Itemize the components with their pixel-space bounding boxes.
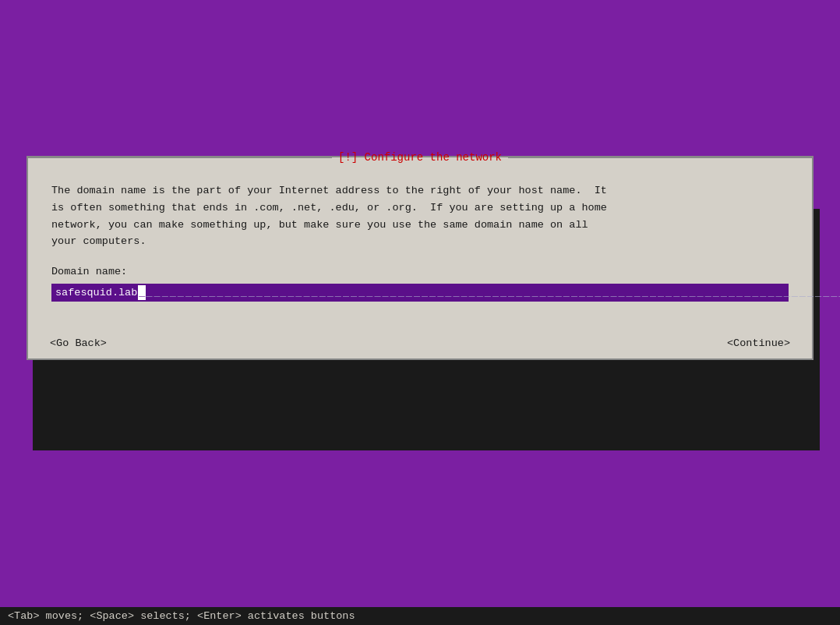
dialog-content: The domain name is the part of your Inte… xyxy=(28,167,812,335)
title-line-left xyxy=(28,157,332,158)
screen-container: [!] Configure the network The domain nam… xyxy=(0,0,840,625)
domain-name-input-container[interactable]: safesquid.lab___________________________… xyxy=(51,284,789,302)
buttons-row: <Go Back> <Continue> xyxy=(28,336,812,351)
go-back-button[interactable]: <Go Back> xyxy=(44,336,113,351)
input-value-display: safesquid.lab___________________________… xyxy=(55,285,785,300)
title-line-right xyxy=(508,157,812,158)
dialog-title-bar: [!] Configure the network xyxy=(28,148,812,167)
field-label: Domain name: xyxy=(51,266,789,277)
dialog-title: [!] Configure the network xyxy=(338,151,502,164)
input-filled-text: safesquid.lab xyxy=(55,285,138,300)
bottom-hint: <Tab> moves; <Space> selects; <Enter> ac… xyxy=(8,610,355,622)
dialog-box: [!] Configure the network The domain nam… xyxy=(26,156,814,359)
input-underline: ________________________________________… xyxy=(146,287,840,298)
continue-button[interactable]: <Continue> xyxy=(721,336,796,351)
cursor-block: _ xyxy=(138,285,146,300)
bottom-bar: <Tab> moves; <Space> selects; <Enter> ac… xyxy=(0,607,840,625)
description-text: The domain name is the part of your Inte… xyxy=(51,182,789,249)
